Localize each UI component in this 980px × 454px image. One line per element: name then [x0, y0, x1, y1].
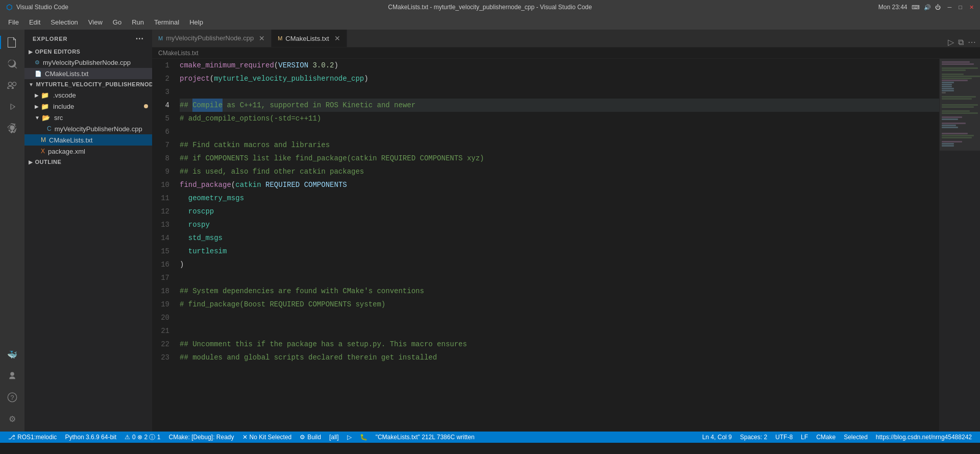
sidebar-more-icon[interactable]: ⋯ [135, 34, 144, 43]
tab-cmake[interactable]: M CMakeLists.txt ✕ [272, 30, 347, 47]
editor-wrapper: M myVelocityPublisherNode.cpp ✕ M CMakeL… [152, 30, 980, 432]
token: ( [274, 59, 278, 72]
tab-cpp[interactable]: M myVelocityPublisherNode.cpp ✕ [152, 30, 272, 47]
editor-container[interactable]: 1 2 3 4 5 6 7 8 9 10 11 12 13 14 [152, 59, 939, 432]
maximize-button[interactable]: □ [959, 4, 962, 10]
no-kit-icon: ✕ [242, 434, 248, 441]
menu-help[interactable]: Help [185, 17, 207, 27]
token: turtlesim [188, 245, 227, 258]
code-line-12: roscpp [180, 205, 939, 218]
cmake-run-btn[interactable]: ▷ [343, 432, 356, 443]
run-activity-icon[interactable] [4, 98, 21, 115]
docker-icon[interactable]: 🐳 [4, 346, 21, 363]
token: rospy [188, 218, 210, 231]
menu-terminal[interactable]: Terminal [150, 17, 183, 27]
cmake-kit[interactable]: ✕ No Kit Selected [238, 432, 296, 443]
line-endings[interactable]: LF [797, 432, 812, 443]
breadcrumb: CMakeLists.txt [152, 47, 980, 59]
file-write-info[interactable]: "CMakeLists.txt" 212L 7386C written [372, 432, 479, 443]
error-icon: ⚠ [125, 434, 130, 441]
minimap [939, 59, 980, 432]
xml-filename: package.xml [48, 148, 85, 155]
cmake-tab-label: CMakeLists.txt [285, 35, 329, 42]
code-line-23: ## modules and global scripts declared t… [180, 351, 939, 364]
sidebar-header: EXPLORER ⋯ [24, 30, 152, 46]
more-actions-icon[interactable]: ⋯ [968, 37, 976, 47]
project-header[interactable]: ▼ MYTURTLE_VELOCITY_PUBLISHERNODE_... [24, 79, 152, 89]
branch-indicator[interactable]: ⎇ ROS1:melodic [4, 432, 61, 443]
breadcrumb-cmake[interactable]: CMakeLists.txt [158, 50, 199, 57]
language-mode[interactable]: CMake [812, 432, 840, 443]
vscode-folder-name: .vscode [53, 91, 76, 99]
cmake-icon: M [41, 136, 46, 144]
open-editor-cmake[interactable]: 📄 CMakeLists.txt [24, 68, 152, 79]
extensions-activity-icon[interactable] [4, 120, 21, 137]
token [180, 192, 188, 205]
account-activity-icon[interactable] [4, 367, 21, 385]
line-numbers: 1 2 3 4 5 6 7 8 9 10 11 12 13 14 [152, 59, 178, 432]
cmake-status[interactable]: CMake: [Debug]: Ready [164, 432, 238, 443]
src-folder[interactable]: ▼ 📂 src [24, 112, 152, 123]
outline-header[interactable]: ▶ OUTLINE [24, 157, 152, 167]
minimize-button[interactable]: ─ [948, 4, 952, 10]
tab-cpp-close[interactable]: ✕ [259, 34, 265, 42]
code-line-4: ## Compile as C++11, supported in ROS Ki… [180, 99, 939, 112]
folder-icon: 📁 [41, 103, 49, 110]
python-version[interactable]: Python 3.6.9 64-bit [61, 432, 120, 443]
search-activity-icon[interactable] [4, 55, 21, 73]
minimap-viewport [940, 59, 980, 151]
code-line-2: project(myturtle_velocity_publishernode_… [180, 72, 939, 85]
menu-selection[interactable]: Selection [46, 17, 82, 27]
tab-cmake-close[interactable]: ✕ [334, 34, 340, 42]
help-activity-icon[interactable]: ? [4, 389, 21, 406]
remote-url[interactable]: https://blog.csdn.net/nrng45488242 [872, 432, 976, 443]
cmake-debug-btn[interactable]: 🐛 [356, 432, 372, 443]
problems-indicator[interactable]: ⚠ 0 ⊗ 2 ⓘ 1 [120, 432, 164, 443]
encoding[interactable]: UTF-8 [771, 432, 797, 443]
menu-file[interactable]: File [4, 17, 23, 27]
cmake-file-item[interactable]: M CMakeLists.txt [24, 134, 152, 146]
status-bar-right: Ln 4, Col 9 Spaces: 2 UTF-8 LF CMake Sel… [698, 432, 976, 443]
cpp-file-item[interactable]: C myVelocityPublisherNode.cpp [24, 123, 152, 134]
title-bar-right: Mon 23:44 ⌨ 🔊 ⏻ ─ □ ✕ [878, 4, 974, 11]
sidebar-title: EXPLORER [33, 36, 68, 42]
code-content[interactable]: cmake_minimum_required(VERSION 3.0.2) pr… [178, 59, 939, 432]
cmake-target[interactable]: [all] [325, 432, 343, 443]
vscode-folder[interactable]: ▶ 📁 .vscode [24, 89, 152, 101]
chevron-right-icon: ▶ [29, 49, 33, 55]
settings-activity-icon[interactable]: ⚙ [4, 410, 21, 427]
run-action-icon[interactable]: ▷ [948, 37, 954, 47]
cursor-position[interactable]: Ln 4, Col 9 [698, 432, 736, 443]
selection-info[interactable]: Selected [840, 432, 872, 443]
token: ## is used, also find other catkin packa… [180, 165, 364, 178]
token: ## if COMPONENTS list like find_package(… [180, 152, 484, 165]
token: roscpp [188, 205, 214, 218]
xml-file-item[interactable]: X package.xml [24, 146, 152, 157]
cmake-filename: CMakeLists.txt [49, 136, 92, 144]
python-label: Python 3.6.9 64-bit [65, 434, 116, 441]
close-button[interactable]: ✕ [969, 4, 974, 11]
token: ( [231, 178, 235, 192]
svg-text:?: ? [11, 394, 14, 401]
menu-edit[interactable]: Edit [25, 17, 44, 27]
source-control-activity-icon[interactable] [4, 77, 21, 94]
explorer-activity-icon[interactable] [4, 34, 21, 51]
activity-bar-bottom: 🐳 ? ⚙ [4, 346, 21, 432]
menu-view[interactable]: View [84, 17, 107, 27]
menu-run[interactable]: Run [128, 17, 148, 27]
code-line-21 [180, 324, 939, 338]
git-branch-icon: ⎇ [8, 434, 15, 441]
open-editors-section: ▶ OPEN EDITORS ⚙ myVelocityPublisherNode… [24, 46, 152, 79]
cpp-tab-icon: M [158, 35, 163, 41]
include-folder[interactable]: ▶ 📁 include [24, 101, 152, 112]
open-editors-header[interactable]: ▶ OPEN EDITORS [24, 46, 152, 57]
cpp-file-icon: ⚙ [35, 59, 40, 66]
open-editor-cpp[interactable]: ⚙ myVelocityPublisherNode.cpp [24, 57, 152, 68]
menu-go[interactable]: Go [109, 17, 126, 27]
cmake-build-btn[interactable]: ⚙ Build [296, 432, 325, 443]
split-editor-icon[interactable]: ⧉ [958, 38, 964, 47]
code-editor[interactable]: 1 2 3 4 5 6 7 8 9 10 11 12 13 14 [152, 59, 939, 432]
indentation[interactable]: Spaces: 2 [736, 432, 771, 443]
include-folder-name: include [53, 103, 74, 110]
code-line-8: ## if COMPONENTS list like find_package(… [180, 152, 939, 165]
